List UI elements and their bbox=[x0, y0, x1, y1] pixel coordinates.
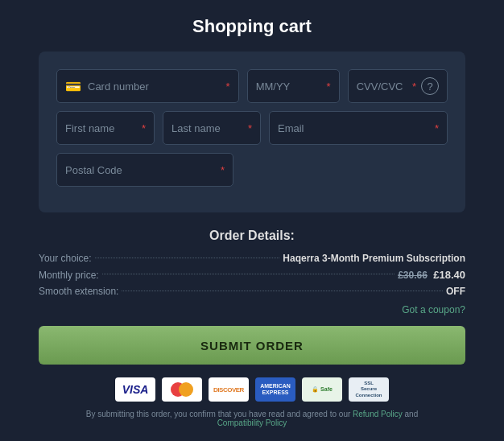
order-details-title: Order Details: bbox=[39, 229, 465, 243]
smooth-extension-label: Smooth extension: bbox=[39, 286, 118, 297]
price-old: £30.66 bbox=[398, 270, 428, 281]
postal-field: * bbox=[56, 153, 233, 187]
mmyy-input[interactable] bbox=[256, 80, 325, 93]
coupon-link[interactable]: Got a coupon? bbox=[402, 304, 465, 315]
email-field: * bbox=[269, 111, 448, 145]
firstname-field: * bbox=[56, 111, 155, 145]
card-number-required: * bbox=[226, 80, 230, 93]
compatibility-policy-link[interactable]: Compatibility Policy bbox=[217, 418, 287, 427]
monthly-price-label: Monthly price: bbox=[39, 270, 99, 281]
footer-text-before: By submitting this order, you confirm th… bbox=[86, 410, 353, 418]
smooth-extension-row: Smooth extension: OFF bbox=[39, 286, 465, 297]
submit-order-button[interactable]: SUBMIT ORDER bbox=[39, 326, 465, 365]
monthly-price-value: £30.66 £18.40 bbox=[398, 269, 465, 281]
card-icon: 💳 bbox=[65, 79, 81, 94]
refund-policy-link[interactable]: Refund Policy bbox=[353, 410, 403, 418]
card-form-container: 💳 * * * ? * * * bbox=[39, 52, 465, 212]
footer-text-middle: and bbox=[405, 410, 419, 418]
postal-row: * bbox=[56, 153, 448, 187]
coupon-row: Got a coupon? bbox=[39, 302, 465, 316]
mastercard-icon bbox=[162, 377, 202, 402]
ssl-icon: SSLSecureConnection bbox=[349, 377, 389, 402]
card-row: 💳 * * * ? bbox=[56, 69, 448, 103]
monthly-price-row: Monthly price: £30.66 £18.40 bbox=[39, 269, 465, 281]
card-number-field: 💳 * bbox=[56, 69, 239, 103]
postal-required: * bbox=[221, 164, 225, 176]
name-row: * * * bbox=[56, 111, 448, 145]
lastname-input[interactable] bbox=[171, 122, 246, 134]
firstname-input[interactable] bbox=[65, 122, 140, 134]
monthly-price-dots bbox=[102, 274, 395, 274]
cvv-field: * ? bbox=[348, 69, 448, 103]
card-number-input[interactable] bbox=[88, 80, 225, 93]
mmyy-required: * bbox=[327, 80, 331, 93]
lastname-field: * bbox=[163, 111, 261, 145]
postal-input[interactable] bbox=[65, 164, 219, 176]
firstname-required: * bbox=[142, 122, 146, 134]
smooth-extension-value: OFF bbox=[446, 286, 465, 297]
mmyy-field: * bbox=[247, 69, 340, 103]
lastname-required: * bbox=[248, 122, 252, 134]
your-choice-value: Haqerra 3-Month Premium Subscription bbox=[283, 253, 465, 264]
amex-icon: AMERICANEXPRESS bbox=[255, 377, 295, 402]
discover-icon: DISCOVER bbox=[209, 377, 249, 402]
visa-icon: VISA bbox=[115, 377, 155, 402]
safe-icon: 🔒 Safe bbox=[302, 377, 342, 402]
email-required: * bbox=[435, 122, 439, 134]
footer-text: By submitting this order, you confirm th… bbox=[39, 410, 465, 427]
your-choice-row: Your choice: Haqerra 3-Month Premium Sub… bbox=[39, 253, 465, 264]
payment-icons-row: VISA DISCOVER AMERICANEXPRESS 🔒 Safe SSL… bbox=[39, 377, 465, 402]
cvv-input[interactable] bbox=[357, 80, 411, 93]
page-title: Shopping cart bbox=[192, 16, 312, 37]
cvv-required: * bbox=[412, 80, 416, 93]
your-choice-label: Your choice: bbox=[39, 253, 92, 264]
cvv-help-button[interactable]: ? bbox=[421, 77, 439, 95]
order-details-section: Order Details: Your choice: Haqerra 3-Mo… bbox=[39, 229, 465, 427]
smooth-extension-dots bbox=[122, 291, 443, 291]
email-input[interactable] bbox=[278, 122, 433, 134]
your-choice-dots bbox=[95, 258, 280, 258]
price-new: £18.40 bbox=[433, 269, 465, 281]
